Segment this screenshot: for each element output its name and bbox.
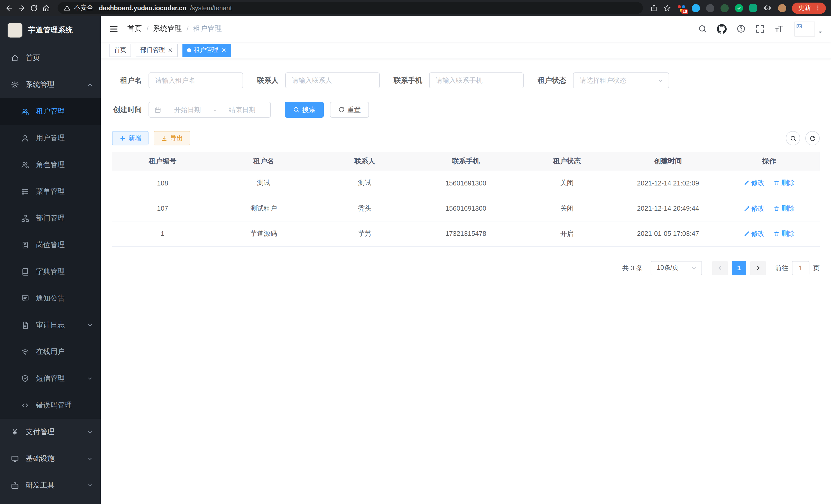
browser-forward-icon[interactable] bbox=[18, 4, 26, 12]
page-size-select[interactable]: 10条/页 bbox=[651, 261, 702, 275]
fullscreen-icon[interactable] bbox=[755, 24, 765, 33]
edit-button[interactable]: 修改 bbox=[744, 179, 765, 188]
browser-actions: 10 更新 bbox=[650, 2, 826, 13]
sidebar-item-system[interactable]: 系统管理 bbox=[0, 71, 101, 98]
next-page-button[interactable] bbox=[750, 261, 766, 275]
edit-button[interactable]: 修改 bbox=[744, 204, 765, 213]
contact-input[interactable] bbox=[285, 72, 380, 88]
app-logo[interactable]: 芋道管理系统 bbox=[0, 16, 101, 45]
status-select[interactable]: 请选择租户状态 bbox=[573, 72, 669, 88]
badge-icon bbox=[21, 241, 29, 249]
sidebar-item-pay[interactable]: 支付管理 bbox=[0, 419, 101, 445]
column-header-created: 创建时间 bbox=[618, 152, 718, 171]
sidebar-item-home[interactable]: 首页 bbox=[0, 45, 101, 71]
header-search-icon[interactable] bbox=[698, 24, 707, 33]
extension-dark-icon[interactable] bbox=[706, 4, 714, 12]
refresh-table-button[interactable] bbox=[805, 131, 820, 145]
edit-button[interactable]: 修改 bbox=[744, 229, 765, 238]
github-icon[interactable] bbox=[717, 24, 727, 34]
extensions-puzzle-icon[interactable] bbox=[763, 4, 772, 12]
breadcrumb-system[interactable]: 系统管理 bbox=[153, 24, 182, 33]
search-icon bbox=[293, 106, 299, 113]
sidebar-item-tenant[interactable]: 租户管理 bbox=[0, 98, 101, 125]
edit-label: 修改 bbox=[751, 229, 765, 238]
cell-actions: 修改 删除 bbox=[718, 196, 820, 221]
goto-page-input[interactable] bbox=[792, 261, 809, 275]
browser-home-icon[interactable] bbox=[42, 4, 50, 12]
date-range-picker[interactable]: 开始日期 - 结束日期 bbox=[148, 102, 271, 118]
address-bar[interactable]: 不安全 dashboard.yudao.iocoder.cn /system/t… bbox=[58, 2, 643, 14]
delete-label: 删除 bbox=[781, 204, 795, 213]
reset-button[interactable]: 重置 bbox=[330, 102, 369, 118]
tenant-name-input[interactable] bbox=[148, 72, 243, 88]
sidebar-item-devtool[interactable]: 研发工具 bbox=[0, 472, 101, 499]
user-icon bbox=[21, 134, 29, 142]
extension-darkgreen-icon[interactable] bbox=[720, 4, 729, 12]
security-label[interactable]: 不安全 bbox=[74, 4, 93, 12]
browser-reload-icon[interactable] bbox=[30, 4, 38, 12]
sidebar-item-role[interactable]: 角色管理 bbox=[0, 152, 101, 178]
chevron-down-icon bbox=[87, 482, 93, 488]
screen: 不安全 dashboard.yudao.iocoder.cn /system/t… bbox=[0, 0, 831, 504]
tab-home[interactable]: 首页 bbox=[110, 43, 131, 57]
help-icon[interactable] bbox=[737, 24, 746, 33]
edit-label: 修改 bbox=[751, 204, 765, 213]
extension-colordots-icon[interactable]: 10 bbox=[677, 4, 686, 12]
create-time-field: 创建时间 开始日期 - 结束日期 bbox=[112, 102, 271, 118]
sidebar-item-post[interactable]: 岗位管理 bbox=[0, 232, 101, 259]
user-avatar-menu[interactable] bbox=[795, 21, 823, 36]
extension-check-icon[interactable] bbox=[735, 4, 743, 12]
close-icon[interactable] bbox=[221, 47, 227, 53]
broken-image-icon bbox=[796, 23, 802, 29]
delete-button[interactable]: 删除 bbox=[774, 229, 795, 238]
prev-page-button[interactable] bbox=[712, 261, 728, 275]
sidebar-item-label: 租户管理 bbox=[36, 107, 93, 116]
browser-menu-icon[interactable] bbox=[814, 5, 821, 11]
sidebar-item-dept[interactable]: 部门管理 bbox=[0, 205, 101, 232]
sidebar-item-error-code[interactable]: 错误码管理 bbox=[0, 392, 101, 419]
page-number-button[interactable]: 1 bbox=[732, 261, 746, 275]
delete-button[interactable]: 删除 bbox=[774, 204, 795, 213]
breadcrumb-home[interactable]: 首页 bbox=[127, 24, 142, 33]
sidebar-item-online-user[interactable]: 在线用户 bbox=[0, 338, 101, 365]
goto-page: 前往 页 bbox=[775, 261, 820, 275]
column-header-contact: 联系人 bbox=[314, 152, 415, 171]
extension-blue-icon[interactable] bbox=[691, 4, 700, 12]
table-row: 108 测试 测试 15601691300 关闭 2021-12-14 21:0… bbox=[112, 171, 820, 196]
cell-created: 2021-12-14 20:49:44 bbox=[618, 196, 718, 221]
date-separator: - bbox=[213, 106, 217, 114]
column-header-status: 租户状态 bbox=[516, 152, 618, 171]
browser-update-button[interactable]: 更新 bbox=[792, 2, 826, 13]
sidebar-item-menu[interactable]: 菜单管理 bbox=[0, 178, 101, 205]
monitor-icon bbox=[11, 455, 19, 463]
delete-button[interactable]: 删除 bbox=[774, 179, 795, 188]
cell-status: 开启 bbox=[516, 221, 618, 246]
sidebar-item-dict[interactable]: 字典管理 bbox=[0, 259, 101, 285]
toggle-search-button[interactable] bbox=[786, 131, 800, 145]
sidebar-item-infra[interactable]: 基础设施 bbox=[0, 445, 101, 472]
browser-back-icon[interactable] bbox=[5, 4, 13, 12]
close-icon[interactable] bbox=[168, 47, 173, 53]
tab-dept[interactable]: 部门管理 bbox=[136, 43, 178, 57]
sidebar-item-notice[interactable]: 通知公告 bbox=[0, 285, 101, 312]
contact-field: 联系人 bbox=[257, 72, 380, 88]
profile-avatar-icon[interactable] bbox=[778, 4, 786, 12]
table-body: 108 测试 测试 15601691300 关闭 2021-12-14 21:0… bbox=[112, 171, 820, 246]
bookmark-star-icon[interactable] bbox=[663, 4, 671, 12]
export-button[interactable]: 导出 bbox=[154, 131, 190, 145]
search-button[interactable]: 搜索 bbox=[285, 102, 324, 118]
sidebar-item-sms[interactable]: 短信管理 bbox=[0, 365, 101, 392]
sidebar-toggle-icon[interactable] bbox=[109, 24, 119, 34]
sidebar-item-user[interactable]: 用户管理 bbox=[0, 125, 101, 152]
share-icon[interactable] bbox=[650, 4, 658, 12]
tab-tenant[interactable]: 租户管理 bbox=[182, 43, 231, 57]
search-button-label: 搜索 bbox=[302, 105, 316, 114]
mobile-input[interactable] bbox=[429, 72, 524, 88]
sidebar-item-label: 字典管理 bbox=[36, 267, 93, 276]
column-header-actions: 操作 bbox=[718, 152, 820, 171]
add-button[interactable]: 新增 bbox=[112, 131, 148, 145]
sidebar-item-audit-log[interactable]: 审计日志 bbox=[0, 312, 101, 338]
update-label: 更新 bbox=[798, 4, 811, 12]
extension-greensquare-icon[interactable] bbox=[749, 4, 757, 12]
font-size-icon[interactable] bbox=[774, 24, 784, 33]
